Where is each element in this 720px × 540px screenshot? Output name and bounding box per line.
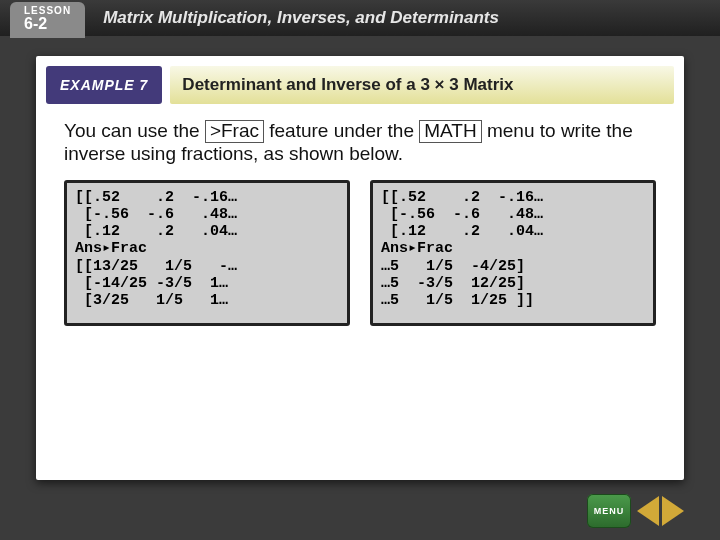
chapter-title: Matrix Multiplication, Inverses, and Det… <box>103 8 499 28</box>
math-key: MATH <box>419 120 481 143</box>
calc-row: [[.52 .2 -.16… [-.56 -.6 .48… [.12 .2 .0… <box>64 180 656 326</box>
slide-title: Determinant and Inverse of a 3 × 3 Matri… <box>170 66 674 104</box>
body-mid: feature under the <box>264 120 419 141</box>
frac-key: >Frac <box>205 120 264 143</box>
calc-screen-right: [[.52 .2 -.16… [-.56 -.6 .48… [.12 .2 .0… <box>370 180 656 326</box>
body-pre: You can use the <box>64 120 200 141</box>
prev-button[interactable] <box>637 496 659 526</box>
top-bar: LESSON 6-2 Matrix Multiplication, Invers… <box>0 0 720 36</box>
slide: EXAMPLE 7 Determinant and Inverse of a 3… <box>36 56 684 480</box>
lesson-tab: LESSON 6-2 <box>10 2 85 38</box>
slide-header: EXAMPLE 7 Determinant and Inverse of a 3… <box>46 56 674 104</box>
next-button[interactable] <box>662 496 684 526</box>
example-chip: EXAMPLE 7 <box>46 66 162 104</box>
nav-area: MENU <box>587 494 684 528</box>
lesson-number: 6-2 <box>24 16 71 32</box>
body-text: You can use the >Frac feature under the … <box>64 120 656 166</box>
calc-screen-left: [[.52 .2 -.16… [-.56 -.6 .48… [.12 .2 .0… <box>64 180 350 326</box>
menu-button[interactable]: MENU <box>587 494 631 528</box>
